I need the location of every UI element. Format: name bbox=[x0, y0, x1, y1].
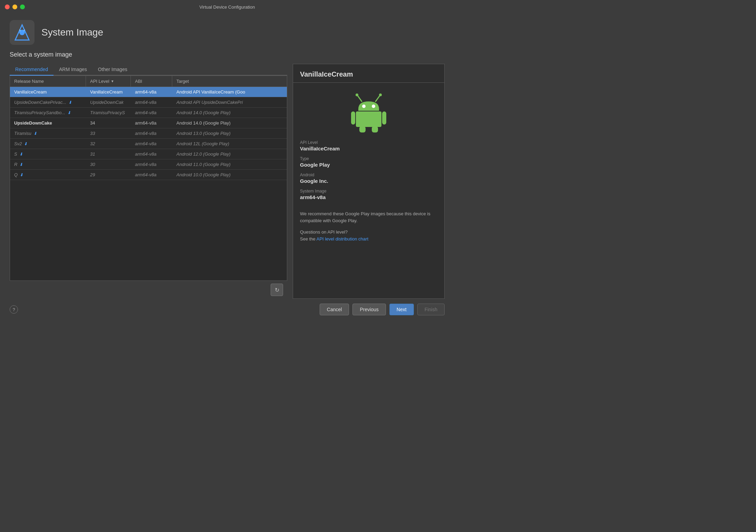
table-row[interactable]: Tiramisu ⬇ 33 arm64-v8a Android 13.0 (Go… bbox=[10, 128, 287, 139]
type-label: Type bbox=[300, 156, 437, 161]
api-level-info: API Level VanillaIceCream bbox=[300, 140, 437, 151]
finish-button: Finish bbox=[417, 304, 445, 315]
traffic-lights bbox=[5, 4, 25, 9]
svg-rect-13 bbox=[359, 126, 366, 132]
tab-recommended[interactable]: Recommended bbox=[10, 64, 54, 76]
svg-line-4 bbox=[357, 95, 362, 101]
svg-rect-10 bbox=[356, 111, 381, 127]
cell-api-level: VanillaIceCream bbox=[86, 87, 131, 97]
help-button[interactable]: ? bbox=[10, 305, 18, 314]
app-icon bbox=[10, 20, 35, 45]
system-image-info: System Image arm64-v8a bbox=[300, 189, 437, 200]
col-target: Target bbox=[172, 76, 287, 87]
download-icon[interactable]: ⬇ bbox=[68, 100, 72, 105]
type-value: Google Play bbox=[300, 162, 437, 168]
col-api-level[interactable]: API Level ▼ bbox=[86, 76, 131, 87]
window-title: Virtual Device Configuration bbox=[200, 4, 255, 10]
description-text: We recommend these Google Play images be… bbox=[300, 210, 437, 224]
svg-rect-11 bbox=[351, 111, 355, 125]
cancel-button[interactable]: Cancel bbox=[320, 304, 349, 315]
cell-api-level: TiramisuPrivacyS bbox=[86, 108, 131, 118]
cell-release-name: UpsideDownCakePrivac... ⬇ bbox=[10, 97, 86, 107]
refresh-button[interactable]: ↻ bbox=[271, 284, 283, 296]
cell-api-level: 30 bbox=[86, 159, 131, 169]
system-image-value: arm64-v8a bbox=[300, 194, 437, 200]
previous-button[interactable]: Previous bbox=[352, 304, 386, 315]
download-icon[interactable]: ⬇ bbox=[19, 152, 23, 157]
next-button[interactable]: Next bbox=[389, 304, 414, 315]
cell-api-level: 33 bbox=[86, 128, 131, 138]
system-image-table: Release Name API Level ▼ ABI Target bbox=[10, 76, 287, 281]
cell-abi: arm64-v8a bbox=[131, 149, 172, 159]
close-button[interactable] bbox=[5, 4, 10, 9]
table-row[interactable]: Sv2 ⬇ 32 arm64-v8a Android 12L (Google P… bbox=[10, 139, 287, 149]
download-icon[interactable]: ⬇ bbox=[67, 110, 71, 115]
api-question-text: Questions on API level? See the API leve… bbox=[300, 229, 437, 242]
cell-api-level: UpsideDownCak bbox=[86, 97, 131, 107]
table-row[interactable]: R ⬇ 30 arm64-v8a Android 11.0 (Google Pl… bbox=[10, 159, 287, 170]
download-icon[interactable]: ⬇ bbox=[20, 173, 23, 177]
cell-api-level: 29 bbox=[86, 170, 131, 180]
cell-abi: arm64-v8a bbox=[131, 97, 172, 107]
title-bar: Virtual Device Configuration bbox=[0, 0, 454, 14]
svg-point-5 bbox=[356, 93, 358, 96]
cell-api-level: 32 bbox=[86, 139, 131, 149]
bottom-bar: ? Cancel Previous Next Finish bbox=[0, 299, 454, 320]
table-row[interactable]: S ⬇ 31 arm64-v8a Android 12.0 (Google Pl… bbox=[10, 149, 287, 159]
left-panel: Recommended ARM Images Other Images Rele… bbox=[10, 64, 287, 299]
cell-api-level: 34 bbox=[86, 118, 131, 128]
cell-abi: arm64-v8a bbox=[131, 118, 172, 128]
cell-abi: arm64-v8a bbox=[131, 87, 172, 97]
android-label: Android bbox=[300, 173, 437, 177]
table-header: Release Name API Level ▼ ABI Target bbox=[10, 76, 287, 87]
cell-abi: arm64-v8a bbox=[131, 170, 172, 180]
maximize-button[interactable] bbox=[20, 4, 25, 9]
download-icon[interactable]: ⬇ bbox=[33, 131, 37, 136]
cell-release-name: Sv2 ⬇ bbox=[10, 139, 86, 149]
cell-target: Android 13.0 (Google Play) bbox=[172, 128, 287, 138]
api-distribution-link[interactable]: API level distribution chart bbox=[317, 236, 368, 242]
table-row[interactable]: TiramisuPrivacySandbo... ⬇ TiramisuPriva… bbox=[10, 108, 287, 118]
android-info: Android Google Inc. bbox=[300, 173, 437, 184]
cell-abi: arm64-v8a bbox=[131, 139, 172, 149]
android-robot bbox=[300, 88, 437, 140]
api-level-value: VanillaIceCream bbox=[300, 146, 437, 151]
cell-abi: arm64-v8a bbox=[131, 128, 172, 138]
cell-release-name: VanillaIceCream bbox=[10, 87, 86, 97]
table-row[interactable]: UpsideDownCakePrivac... ⬇ UpsideDownCak … bbox=[10, 97, 287, 108]
cell-release-name: TiramisuPrivacySandbo... ⬇ bbox=[10, 108, 86, 118]
cell-target: Android 10.0 (Google Play) bbox=[172, 170, 287, 180]
download-icon[interactable]: ⬇ bbox=[19, 162, 23, 167]
svg-point-9 bbox=[372, 105, 375, 108]
table-row[interactable]: Q ⬇ 29 arm64-v8a Android 10.0 (Google Pl… bbox=[10, 170, 287, 180]
table-body: VanillaIceCream VanillaIceCream arm64-v8… bbox=[10, 87, 287, 280]
header: System Image bbox=[0, 14, 454, 51]
minimize-button[interactable] bbox=[12, 4, 17, 9]
download-icon[interactable]: ⬇ bbox=[24, 141, 27, 146]
refresh-icon: ↻ bbox=[275, 287, 279, 293]
table-row[interactable]: UpsideDownCake 34 arm64-v8a Android 14.0… bbox=[10, 118, 287, 128]
cell-target: Android API VanillaIceCream (Goo bbox=[172, 87, 287, 97]
tab-arm-images[interactable]: ARM Images bbox=[54, 64, 93, 76]
col-abi: ABI bbox=[131, 76, 172, 87]
cell-api-level: 31 bbox=[86, 149, 131, 159]
tabs-container: Recommended ARM Images Other Images bbox=[10, 64, 287, 76]
content-area: Select a system image Recommended ARM Im… bbox=[0, 51, 454, 299]
svg-point-8 bbox=[362, 105, 366, 108]
cell-release-name: Q ⬇ bbox=[10, 170, 86, 180]
cell-release-name: S ⬇ bbox=[10, 149, 86, 159]
cell-abi: arm64-v8a bbox=[131, 159, 172, 169]
right-panel: VanillaIceCream bbox=[293, 64, 445, 299]
page-title: System Image bbox=[41, 27, 103, 38]
cell-abi: arm64-v8a bbox=[131, 108, 172, 118]
table-row[interactable]: VanillaIceCream VanillaIceCream arm64-v8… bbox=[10, 87, 287, 97]
cell-target: Android API UpsideDownCakePri bbox=[172, 97, 287, 107]
api-level-label: API Level bbox=[300, 140, 437, 145]
section-title: Select a system image bbox=[10, 51, 445, 58]
cell-target: Android 14.0 (Google Play) bbox=[172, 118, 287, 128]
svg-rect-14 bbox=[372, 126, 378, 132]
cell-release-name: Tiramisu ⬇ bbox=[10, 128, 86, 138]
main-window: System Image Select a system image Recom… bbox=[0, 14, 454, 320]
tab-other-images[interactable]: Other Images bbox=[93, 64, 133, 76]
right-panel-body: API Level VanillaIceCream Type Google Pl… bbox=[293, 83, 444, 298]
